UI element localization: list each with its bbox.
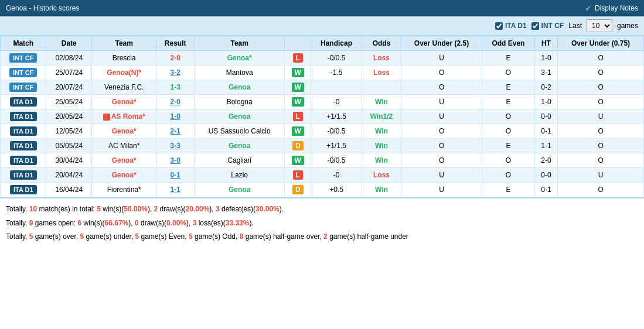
result-value[interactable]: 3-3 bbox=[170, 142, 180, 150]
table-row: INT CF02/08/24Brescia2-0Genoa*L-0/0.5Los… bbox=[1, 51, 644, 66]
odds-value: Loss bbox=[373, 54, 390, 62]
odds-cell: Win1/2 bbox=[362, 109, 401, 124]
match-badge-cell: INT CF bbox=[1, 51, 46, 66]
date-cell: 02/08/24 bbox=[46, 51, 92, 66]
team2-name[interactable]: Bologna bbox=[227, 98, 253, 106]
ht-cell: 1-0 bbox=[534, 51, 557, 66]
col-team2: Team bbox=[194, 36, 285, 51]
team2-name[interactable]: US Sassuolo Calcio bbox=[209, 127, 271, 135]
team2-name[interactable]: Genoa* bbox=[227, 54, 252, 62]
summary-open-draws: 0 bbox=[135, 219, 139, 227]
result-value[interactable]: 2-1 bbox=[170, 127, 180, 135]
intcf-label: INT CF bbox=[541, 22, 564, 30]
wl-cell: L bbox=[285, 51, 311, 66]
date-cell: 30/04/24 bbox=[46, 153, 92, 168]
team2-name[interactable]: Lazio bbox=[231, 171, 248, 179]
handicap-cell: +0.5 bbox=[311, 183, 362, 197]
ou25-cell: U bbox=[401, 51, 482, 66]
col-ou25: Over Under (2.5) bbox=[401, 36, 482, 51]
ou25-cell: U bbox=[401, 168, 482, 183]
result-value[interactable]: 1-3 bbox=[170, 83, 180, 91]
summary-open-losses-pct: 33.33% bbox=[226, 219, 250, 227]
team1-cell: Genoa* bbox=[92, 124, 156, 139]
handicap-cell: -0 bbox=[311, 168, 362, 183]
odds-cell: Loss bbox=[362, 66, 401, 80]
team2-cell: Genoa bbox=[194, 109, 285, 124]
match-badge-cell: ITA D1 bbox=[1, 183, 46, 197]
col-date: Date bbox=[46, 36, 92, 51]
team1-cell: AS Roma* bbox=[92, 109, 156, 124]
team2-name[interactable]: Mantova bbox=[226, 68, 253, 77]
result-value[interactable]: 0-1 bbox=[170, 171, 180, 179]
team1-name[interactable]: AC Milan* bbox=[108, 142, 139, 150]
table-row: ITA D120/04/24Genoa*0-1LazioL-0LossUO0-0… bbox=[1, 168, 644, 183]
match-badge: INT CF bbox=[9, 83, 37, 92]
oe-cell: O bbox=[482, 168, 535, 183]
team1-name[interactable]: AS Roma* bbox=[111, 112, 145, 121]
team2-name[interactable]: Cagliari bbox=[227, 156, 251, 164]
team1-name[interactable]: Genoa* bbox=[112, 98, 137, 106]
handicap-cell: -0/0.5 bbox=[311, 124, 362, 139]
team1-name[interactable]: Genoa* bbox=[112, 156, 137, 164]
itad1-checkbox[interactable] bbox=[495, 22, 503, 30]
wl-cell: W bbox=[285, 66, 311, 80]
date-cell: 25/05/24 bbox=[46, 95, 92, 109]
match-badge-cell: ITA D1 bbox=[1, 139, 46, 153]
team2-cell: Genoa bbox=[194, 183, 285, 197]
wl-cell: W bbox=[285, 124, 311, 139]
ou075-cell: U bbox=[558, 109, 644, 124]
ht-cell: 3-1 bbox=[534, 66, 557, 80]
team1-name[interactable]: Genoa* bbox=[112, 127, 137, 135]
col-result: Result bbox=[156, 36, 195, 51]
team2-name[interactable]: Genoa bbox=[229, 142, 250, 150]
odds-cell: Loss bbox=[362, 168, 401, 183]
ou25-cell: O bbox=[401, 153, 482, 168]
handicap-cell: -0/0.5 bbox=[311, 153, 362, 168]
team1-name[interactable]: Genoa(N)* bbox=[107, 68, 141, 77]
ou25-cell: U bbox=[401, 183, 482, 197]
ou075-cell: O bbox=[558, 183, 644, 197]
team1-name[interactable]: Genoa* bbox=[112, 171, 137, 179]
odds-cell: Win bbox=[362, 153, 401, 168]
team2-name[interactable]: Genoa bbox=[229, 83, 250, 91]
result-value[interactable]: 2-0 bbox=[170, 54, 180, 62]
result-value[interactable]: 2-0 bbox=[170, 98, 180, 106]
games-label: games bbox=[617, 22, 638, 30]
team1-name[interactable]: Brescia bbox=[113, 54, 136, 62]
match-badge: ITA D1 bbox=[10, 97, 37, 107]
date-cell: 16/04/24 bbox=[46, 183, 92, 197]
odds-value: Win bbox=[375, 156, 388, 164]
team2-cell: Bologna bbox=[194, 95, 285, 109]
intcf-checkbox[interactable] bbox=[531, 22, 539, 30]
wl-badge: W bbox=[292, 97, 304, 107]
col-odds: Odds bbox=[362, 36, 401, 51]
oe-cell: O bbox=[482, 66, 535, 80]
team2-cell: Genoa bbox=[194, 80, 285, 95]
result-value[interactable]: 1-0 bbox=[170, 112, 180, 121]
display-notes-container: ✔ Display Notes bbox=[585, 4, 638, 13]
summary-open-games: 9 bbox=[29, 219, 33, 227]
result-value[interactable]: 3-0 bbox=[170, 156, 180, 164]
team2-name[interactable]: Genoa bbox=[229, 112, 250, 121]
table-row: ITA D120/05/24AS Roma*1-0GenoaL+1/1.5Win… bbox=[1, 109, 644, 124]
team2-name[interactable]: Genoa bbox=[229, 186, 250, 194]
ou075-cell: O bbox=[558, 66, 644, 80]
itad1-label: ITA D1 bbox=[505, 22, 527, 30]
col-wl bbox=[285, 36, 311, 51]
team1-name[interactable]: Venezia F.C. bbox=[104, 83, 144, 91]
wl-cell: W bbox=[285, 95, 311, 109]
team1-name[interactable]: Fiorentina* bbox=[107, 186, 141, 194]
result-value[interactable]: 3-2 bbox=[170, 68, 180, 77]
header-title: Genoa - Historic scores bbox=[6, 4, 79, 12]
wl-cell: D bbox=[285, 139, 311, 153]
result-cell: 2-1 bbox=[156, 124, 195, 139]
summary-under: 5 bbox=[80, 232, 84, 241]
team1-cell: Genoa(N)* bbox=[92, 66, 156, 80]
odds-cell bbox=[362, 80, 401, 95]
ou25-cell: O bbox=[401, 124, 482, 139]
summary-open-wins-pct: 66.67% bbox=[105, 219, 129, 227]
last-games-select[interactable]: 5 10 15 20 All bbox=[587, 19, 612, 32]
match-badge-cell: ITA D1 bbox=[1, 124, 46, 139]
filter-intcf: INT CF bbox=[531, 22, 564, 30]
result-value[interactable]: 1-1 bbox=[170, 186, 180, 194]
